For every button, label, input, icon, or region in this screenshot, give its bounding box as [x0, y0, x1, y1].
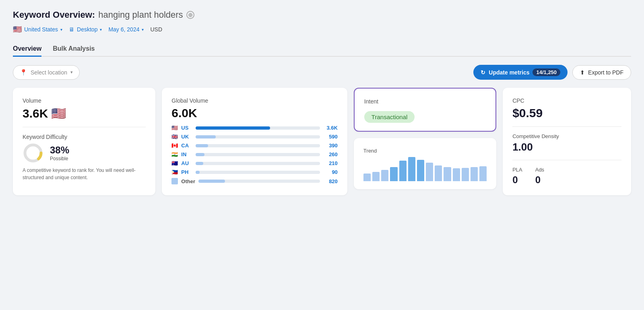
trend-bar: [390, 167, 397, 181]
trend-bar: [471, 167, 478, 181]
volume-other: 820: [323, 178, 338, 184]
export-icon: ⬆: [580, 69, 585, 76]
keyword-text: hanging plant holders: [98, 10, 183, 20]
tabs-row: Overview Bulk Analysis: [13, 42, 631, 57]
ads-section: Ads 0: [535, 167, 544, 186]
cards-row: Volume 3.6K 🇺🇸 Keyword Difficulty 38% Po…: [13, 88, 631, 195]
kd-percentage: 38%: [50, 145, 69, 156]
flag-in: 🇮🇳: [171, 151, 178, 157]
toolbar-right: ↻ Update metrics 14/1,250 ⬆ Export to PD…: [473, 65, 631, 80]
update-metrics-button[interactable]: ↻ Update metrics 14/1,250: [473, 65, 568, 80]
volume-ph: 90: [323, 169, 338, 175]
select-location-label: Select location: [31, 69, 67, 76]
country-code-ca: CA: [181, 143, 192, 149]
trend-bar: [408, 157, 415, 181]
kd-sublabel: Possible: [50, 156, 69, 161]
global-volume-list: 🇺🇸 US 3.6K 🇬🇧 UK 590 🇨🇦 CA 390 🇮🇳 IN: [171, 125, 338, 184]
trend-bar: [453, 168, 460, 181]
country-code-au: AU: [181, 160, 192, 166]
device-filter[interactable]: 🖥 Desktop ▾: [69, 26, 102, 33]
comp-density-value: 1.00: [512, 141, 621, 153]
location-flag: 🇺🇸: [13, 25, 22, 34]
volume-label: Volume: [23, 97, 146, 104]
export-label: Export to PDF: [588, 69, 623, 76]
volume-card: Volume 3.6K 🇺🇸 Keyword Difficulty 38% Po…: [13, 88, 155, 195]
kd-label: Keyword Difficulty: [23, 134, 146, 140]
list-item: 🇨🇦 CA 390: [171, 143, 338, 149]
flag-au: 🇦🇺: [171, 160, 178, 166]
us-flag-icon: 🇺🇸: [51, 106, 66, 120]
global-volume-label: Global Volume: [171, 97, 338, 104]
country-code-uk: UK: [181, 134, 192, 140]
location-filter[interactable]: 🇺🇸 United States ▾: [13, 25, 62, 34]
tab-bulk-analysis[interactable]: Bulk Analysis: [53, 42, 95, 57]
location-chevron-icon: ▾: [60, 27, 62, 32]
pla-label: PLA: [512, 167, 522, 173]
flag-ca: 🇨🇦: [171, 143, 178, 149]
trend-bar: [363, 174, 371, 181]
add-keyword-icon[interactable]: ⊕: [186, 11, 194, 19]
trend-label: Trend: [363, 148, 487, 154]
title-prefix: Keyword Overview:: [13, 10, 95, 20]
date-filter[interactable]: May 6, 2024 ▾: [108, 26, 144, 33]
trend-bar: [462, 168, 469, 181]
trend-bar: [399, 161, 407, 181]
filter-bar: 🇺🇸 United States ▾ 🖥 Desktop ▾ May 6, 20…: [13, 25, 631, 34]
volume-in: 260: [323, 151, 338, 157]
volume-value: 3.6K 🇺🇸: [23, 106, 146, 120]
volume-ca: 390: [323, 143, 338, 149]
flag-uk: 🇬🇧: [171, 134, 178, 140]
volume-au: 210: [323, 160, 338, 166]
kd-row: 38% Possible: [23, 143, 146, 163]
date-chevron-icon: ▾: [142, 27, 144, 32]
flag-ph: 🇵🇭: [171, 169, 178, 175]
flag-us: 🇺🇸: [171, 125, 178, 131]
global-volume-card: Global Volume 6.0K 🇺🇸 US 3.6K 🇬🇧 UK 590 …: [162, 88, 347, 195]
kd-donut-chart: [23, 143, 43, 163]
page-title: Keyword Overview: hanging plant holders …: [13, 10, 631, 20]
list-item: Other 820: [171, 178, 338, 184]
trend-bar: [435, 165, 442, 181]
refresh-icon: ↻: [481, 69, 485, 76]
trend-bar: [417, 160, 424, 181]
pla-value: 0: [512, 174, 522, 186]
ads-label: Ads: [535, 167, 544, 173]
trend-bar: [426, 163, 433, 181]
trend-bar: [381, 170, 388, 181]
cpc-card: CPC $0.59 Competitive Density 1.00 PLA 0…: [503, 88, 631, 195]
intent-badge: Transactional: [364, 111, 415, 123]
date-label: May 6, 2024: [108, 26, 139, 33]
flag-other: [171, 178, 178, 184]
cpc-value: $0.59: [512, 106, 621, 120]
device-chevron-icon: ▾: [100, 27, 102, 32]
trend-bar: [444, 167, 451, 181]
volume-us: 3.6K: [323, 125, 338, 131]
trend-bar: [372, 172, 380, 181]
list-item: 🇵🇭 PH 90: [171, 169, 338, 175]
country-code-ph: PH: [181, 169, 192, 175]
competitive-density-section: Competitive Density 1.00: [512, 133, 621, 153]
kd-description: A competitive keyword to rank for. You w…: [23, 167, 146, 181]
list-item: 🇮🇳 IN 260: [171, 151, 338, 157]
country-code-us: US: [181, 125, 192, 131]
comp-density-label: Competitive Density: [512, 133, 621, 139]
country-code-in: IN: [181, 151, 192, 157]
ads-value: 0: [535, 174, 544, 186]
tab-overview[interactable]: Overview: [13, 42, 41, 57]
device-icon: 🖥: [69, 26, 74, 33]
list-item: 🇦🇺 AU 210: [171, 160, 338, 166]
global-volume-value: 6.0K: [171, 106, 338, 120]
location-label: United States: [24, 26, 58, 33]
intent-label: Intent: [364, 98, 486, 105]
pla-ads-row: PLA 0 Ads 0: [512, 167, 621, 186]
metrics-counter: 14/1,250: [533, 68, 560, 76]
export-pdf-button[interactable]: ⬆ Export to PDF: [572, 65, 631, 80]
update-metrics-label: Update metrics: [489, 69, 529, 76]
select-location-chevron-icon: ▾: [70, 70, 73, 75]
select-location-button[interactable]: 📍 Select location ▾: [13, 65, 80, 80]
intent-trend-column: Intent Transactional Trend: [354, 88, 496, 195]
toolbar: 📍 Select location ▾ ↻ Update metrics 14/…: [13, 65, 631, 80]
intent-card: Intent Transactional: [354, 88, 496, 132]
country-code-other: Other: [181, 178, 195, 184]
currency-label: USD: [150, 26, 162, 33]
